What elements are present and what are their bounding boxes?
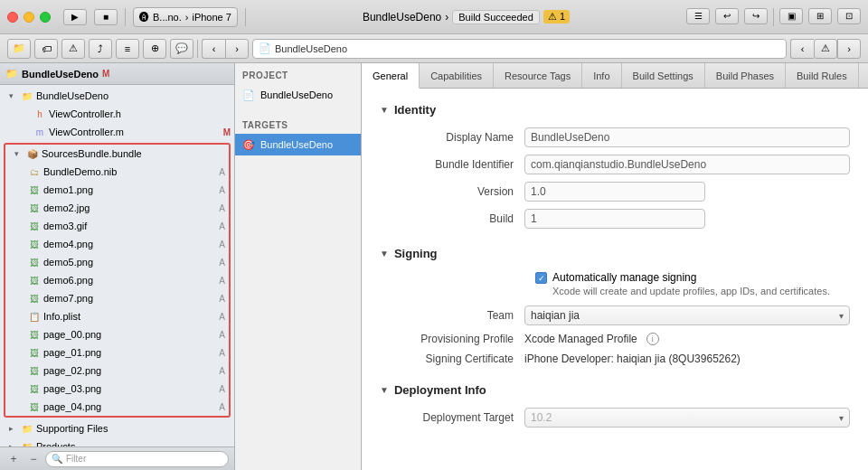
content-area: ▼ Identity Display Name Bundle Identifie…	[362, 89, 868, 470]
build-status: Build Succeeded	[452, 10, 540, 24]
project-section-label: PROJECT	[235, 63, 361, 84]
maximize-button[interactable]	[40, 12, 51, 23]
tree-item-demo2[interactable]: 🖼 demo2.jpg A	[5, 199, 229, 217]
list-btn[interactable]: ≡	[116, 39, 139, 59]
tree-label: ViewController.m	[49, 127, 222, 137]
chevron-icon: ›	[185, 12, 189, 23]
tree-item-bundleusedeno-root[interactable]: ▾ 📁 BundleUseDeno	[0, 87, 234, 105]
minimize-button[interactable]	[24, 12, 34, 23]
identity-collapse-btn[interactable]: ▼	[380, 105, 389, 115]
deployment-collapse-btn[interactable]: ▼	[380, 385, 389, 395]
tree-item-demo1[interactable]: 🖼 demo1.png A	[5, 181, 229, 199]
tree-item-viewcontroller-h[interactable]: h ViewController.h	[0, 105, 234, 123]
version-input[interactable]	[524, 182, 705, 202]
remove-btn[interactable]: −	[25, 451, 42, 467]
tree-label: Info.plist	[43, 311, 217, 322]
separator2	[245, 8, 246, 26]
tab-build-rules[interactable]: Build Rules	[786, 63, 859, 88]
editor-back-btn[interactable]: ‹	[790, 39, 814, 59]
layout-btn-3[interactable]: ⊡	[837, 8, 861, 24]
tree-item-page00[interactable]: 🖼 page_00.png A	[5, 325, 229, 343]
file-icon: 📋	[27, 310, 42, 323]
tab-resource-tags[interactable]: Resource Tags	[494, 63, 582, 88]
nav-item-project[interactable]: 📄 BundleUseDeno	[235, 84, 361, 106]
editor-panel: General Capabilities Resource Tags Info …	[362, 63, 868, 470]
arrow-icon: ▸	[9, 424, 18, 433]
tree-label: demo6.png	[43, 275, 217, 286]
sidebar-tree[interactable]: ▾ 📁 BundleUseDeno h ViewController.h m V…	[0, 85, 234, 446]
editor-forward-btn[interactable]: ›	[837, 39, 861, 59]
tree-item-products[interactable]: ▸ 📁 Products	[0, 437, 234, 446]
panel-toggle-1[interactable]: ☰	[686, 8, 710, 24]
tree-item-viewcontroller-m[interactable]: m ViewController.m M	[0, 123, 234, 141]
auto-signing-checkbox[interactable]: ✓	[535, 272, 547, 284]
tab-build-settings[interactable]: Build Settings	[622, 63, 705, 88]
cert-value: iPhone Developer: haiqian jia (8QU396526…	[524, 352, 850, 365]
close-button[interactable]	[7, 12, 18, 23]
version-label: Version	[380, 185, 524, 198]
nav-forward-btn[interactable]: ›	[225, 39, 249, 59]
deployment-target-value: 10.2	[531, 411, 552, 424]
tree-item-demo3[interactable]: 🖼 demo3.gif A	[5, 217, 229, 235]
file-icon: 🖼	[27, 220, 42, 232]
panel-toggle-2[interactable]: ↩	[715, 8, 739, 24]
nav-back-btn[interactable]: ‹	[202, 39, 225, 59]
tab-build-phases-label: Build Phases	[716, 70, 774, 81]
tag-btn[interactable]: 🏷	[34, 39, 58, 59]
build-run-button[interactable]: ▶	[63, 9, 87, 25]
tree-item-infoplist[interactable]: 📋 Info.plist A	[5, 307, 229, 325]
bundle-id-input[interactable]	[524, 155, 850, 174]
info-icon[interactable]: i	[646, 333, 659, 345]
tab-capabilities-label: Capabilities	[430, 70, 482, 81]
folder-btn[interactable]: 📁	[7, 39, 31, 59]
tree-item-demo4[interactable]: 🖼 demo4.png A	[5, 235, 229, 253]
tree-label: page_02.png	[43, 365, 217, 376]
display-name-row: Display Name	[380, 127, 850, 147]
tab-info[interactable]: Info	[582, 63, 621, 88]
tab-build-settings-label: Build Settings	[633, 70, 693, 81]
diff-btn[interactable]: ⊕	[143, 39, 166, 59]
tree-item-supporting[interactable]: ▸ 📁 Supporting Files	[0, 419, 234, 437]
tree-label: demo3.gif	[43, 221, 217, 231]
panel-toggle-3[interactable]: ↪	[744, 8, 768, 24]
tree-item-sourcesbundle[interactable]: ▾ 📦 SourcesBundle.bundle	[5, 145, 229, 163]
tree-label: BundleUseDeno	[36, 90, 231, 101]
cert-label: Signing Certificate	[380, 352, 524, 365]
jump-btn[interactable]: ⤴	[89, 39, 112, 59]
add-btn[interactable]: +	[5, 451, 22, 467]
bundle-group: ▾ 📦 SourcesBundle.bundle 🗂 BundleDemo.ni…	[4, 143, 231, 418]
tree-item-page01[interactable]: 🖼 page_01.png A	[5, 343, 229, 362]
tree-item-demo7[interactable]: 🖼 demo7.png A	[5, 289, 229, 307]
display-name-input[interactable]	[524, 127, 850, 147]
nav-item-target[interactable]: 🎯 BundleUseDeno	[235, 134, 361, 155]
tree-item-page02[interactable]: 🖼 page_02.png A	[5, 362, 229, 380]
tree-label: page_03.png	[43, 383, 217, 394]
layout-btn-2[interactable]: ⊞	[808, 8, 832, 24]
stop-button[interactable]: ■	[94, 9, 118, 25]
separator	[125, 8, 126, 26]
file-icon: 🖼	[27, 364, 42, 377]
filter-box[interactable]: 🔍 Filter	[45, 451, 229, 467]
deployment-target-selector[interactable]: 10.2 ▾	[524, 408, 850, 428]
tree-item-page03[interactable]: 🖼 page_03.png A	[5, 380, 229, 398]
tab-capabilities[interactable]: Capabilities	[420, 63, 494, 88]
tree-item-page04[interactable]: 🖼 page_04.png A	[5, 398, 229, 416]
signing-collapse-btn[interactable]: ▼	[380, 249, 389, 258]
tab-general[interactable]: General	[362, 63, 420, 89]
team-selector[interactable]: haiqian jia ▾	[524, 306, 850, 325]
auto-signing-label: Automatically manage signing	[552, 271, 830, 284]
tree-item-demo6[interactable]: 🖼 demo6.png A	[5, 271, 229, 289]
tree-item-demo5[interactable]: 🖼 demo5.png A	[5, 253, 229, 271]
build-input[interactable]	[524, 209, 705, 229]
scheme-selector[interactable]: 🅐 B...no. › iPhone 7	[133, 7, 238, 27]
layout-btn-1[interactable]: ▣	[779, 8, 803, 24]
tab-build-phases[interactable]: Build Phases	[705, 63, 786, 88]
tree-label: page_01.png	[43, 347, 217, 358]
assistant-btn[interactable]: 💬	[170, 39, 193, 59]
tabs-row: General Capabilities Resource Tags Info …	[362, 63, 868, 89]
team-row: Team haiqian jia ▾	[380, 306, 850, 325]
alert-btn[interactable]: ⚠	[61, 39, 85, 59]
editor-alert-btn[interactable]: ⚠	[814, 39, 837, 59]
tree-item-bundledemo-nib[interactable]: 🗂 BundleDemo.nib A	[5, 163, 229, 181]
toolbar: 📁 🏷 ⚠ ⤴ ≡ ⊕ 💬 ‹ › 📄 BundleUseDeno ‹ ⚠ ›	[0, 34, 868, 63]
